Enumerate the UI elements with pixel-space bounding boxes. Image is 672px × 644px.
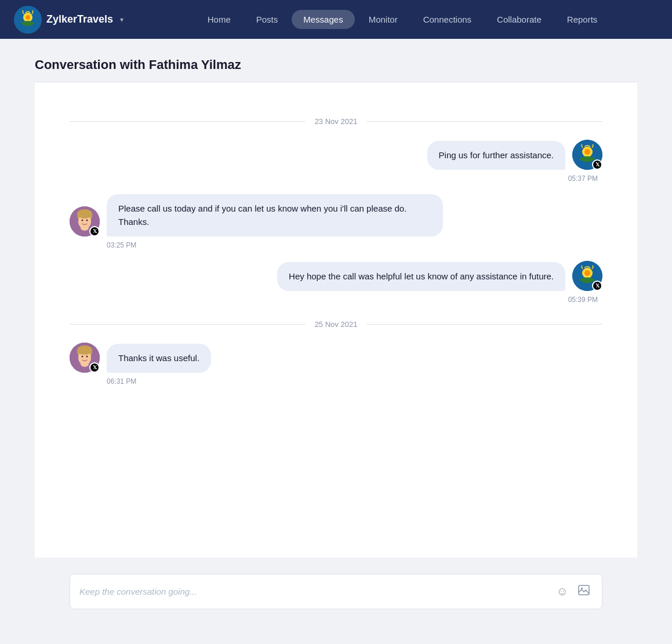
svg-point-19 bbox=[77, 345, 92, 355]
svg-point-12 bbox=[81, 225, 89, 231]
conversation-title: Conversation with Fathima Yilmaz bbox=[35, 57, 637, 72]
avatar-wrap-user-1: 𝕏 bbox=[70, 206, 100, 237]
message-bubble-3: Hey hope the call was helpful let us kno… bbox=[277, 262, 565, 292]
msg-time-1: 05:37 PM bbox=[70, 174, 602, 183]
msg-time-2: 03:25 PM bbox=[70, 241, 602, 249]
brand-chevron-icon: ▾ bbox=[120, 16, 123, 24]
twitter-x-icon-user-1: 𝕏 bbox=[93, 228, 97, 234]
image-icon[interactable] bbox=[575, 583, 593, 601]
message-input[interactable] bbox=[79, 587, 550, 596]
svg-point-2 bbox=[26, 15, 30, 20]
date-separator-2: 25 Nov 2021 bbox=[70, 320, 602, 329]
date-label-1: 23 Nov 2021 bbox=[315, 117, 358, 126]
brand-name-text: ZylkerTravels bbox=[46, 13, 113, 26]
input-area: ☺ bbox=[35, 558, 637, 628]
twitter-x-icon-user-2: 𝕏 bbox=[93, 365, 97, 370]
message-bubble-1: Ping us for further assistance. bbox=[427, 141, 565, 170]
twitter-badge-user-1: 𝕏 bbox=[89, 226, 100, 237]
message-input-box: ☺ bbox=[70, 574, 602, 609]
message-bubble-2: Please call us today and if you can let … bbox=[107, 194, 443, 237]
nav-home[interactable]: Home bbox=[196, 10, 242, 29]
date-separator-1: 23 Nov 2021 bbox=[70, 117, 602, 126]
nav-posts[interactable]: Posts bbox=[245, 10, 290, 29]
message-row-3: Hey hope the call was helpful let us kno… bbox=[70, 261, 602, 291]
svg-point-9 bbox=[77, 209, 92, 219]
svg-point-11 bbox=[86, 220, 88, 221]
avatar-wrap-brand-1: 𝕏 bbox=[572, 140, 602, 170]
msg-time-3: 05:39 PM bbox=[70, 296, 602, 304]
avatar-wrap-brand-2: 𝕏 bbox=[572, 261, 602, 291]
twitter-badge-2: 𝕏 bbox=[592, 281, 602, 291]
nav-monitor[interactable]: Monitor bbox=[357, 10, 409, 29]
chat-area: 23 Nov 2021 Ping us for further assistan… bbox=[35, 82, 637, 558]
message-bubble-4: Thanks it was useful. bbox=[107, 344, 211, 373]
navigation: ZylkerTravels ▾ Home Posts Messages Moni… bbox=[0, 0, 672, 39]
nav-reports[interactable]: Reports bbox=[555, 10, 609, 29]
nav-collaborate[interactable]: Collaborate bbox=[485, 10, 553, 29]
brand-logo-svg bbox=[15, 7, 41, 32]
svg-point-15 bbox=[584, 270, 590, 276]
nav-connections[interactable]: Connections bbox=[412, 10, 483, 29]
svg-rect-23 bbox=[579, 585, 589, 595]
date-label-2: 25 Nov 2021 bbox=[315, 320, 358, 329]
svg-point-22 bbox=[81, 361, 89, 367]
svg-point-10 bbox=[82, 220, 83, 221]
twitter-x-icon-2: 𝕏 bbox=[595, 283, 600, 289]
brand-logo bbox=[14, 6, 42, 34]
twitter-badge-1: 𝕏 bbox=[592, 159, 602, 170]
nav-links: Home Posts Messages Monitor Connections … bbox=[147, 10, 658, 29]
brand[interactable]: ZylkerTravels ▾ bbox=[14, 6, 123, 34]
nav-messages[interactable]: Messages bbox=[292, 10, 354, 29]
twitter-badge-user-2: 𝕏 bbox=[89, 362, 100, 373]
emoji-icon[interactable]: ☺ bbox=[554, 584, 571, 599]
page-content: Conversation with Fathima Yilmaz 23 Nov … bbox=[0, 39, 672, 644]
message-row-4: 𝕏 Thanks it was useful. bbox=[70, 343, 602, 373]
avatar-wrap-user-2: 𝕏 bbox=[70, 343, 100, 373]
svg-point-21 bbox=[86, 356, 88, 358]
svg-point-5 bbox=[584, 149, 590, 155]
svg-point-20 bbox=[82, 356, 83, 358]
svg-point-24 bbox=[581, 588, 583, 590]
msg-time-4: 06:31 PM bbox=[70, 377, 602, 385]
twitter-x-icon-1: 𝕏 bbox=[595, 162, 600, 168]
message-row-1: Ping us for further assistance. 𝕏 bbox=[70, 140, 602, 170]
message-row-2: 𝕏 Please call us today and if you can le… bbox=[70, 194, 602, 237]
